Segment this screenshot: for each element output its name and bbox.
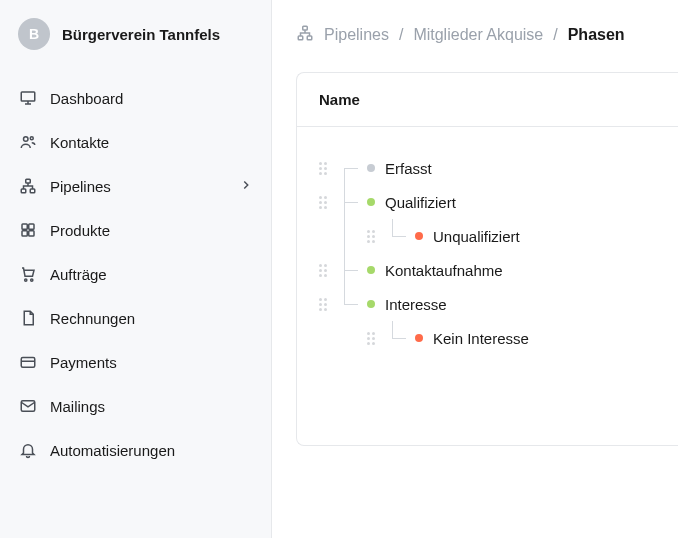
sidebar-item-label: Kontakte bbox=[50, 134, 109, 151]
org-header[interactable]: B Bürgerverein Tannfels bbox=[0, 18, 271, 72]
sidebar: B Bürgerverein Tannfels Dashboard Kontak… bbox=[0, 0, 272, 538]
hierarchy-icon bbox=[296, 24, 314, 46]
breadcrumb-link-pipelines[interactable]: Pipelines bbox=[324, 26, 389, 44]
sidebar-item-label: Dashboard bbox=[50, 90, 123, 107]
status-dot-icon bbox=[367, 198, 375, 206]
phases-panel: Name Erfasst Qualifiziert bbox=[296, 72, 678, 446]
drag-handle-icon[interactable] bbox=[319, 296, 331, 312]
status-dot-icon bbox=[367, 266, 375, 274]
breadcrumb-separator: / bbox=[553, 26, 557, 44]
sidebar-item-label: Payments bbox=[50, 354, 117, 371]
sidebar-item-dashboard[interactable]: Dashboard bbox=[8, 78, 263, 118]
sidebar-item-orders[interactable]: Aufträge bbox=[8, 254, 263, 294]
sidebar-item-pipelines[interactable]: Pipelines bbox=[8, 166, 263, 206]
nav: Dashboard Kontakte Pipelines Produkte bbox=[0, 72, 271, 480]
drag-handle-icon[interactable] bbox=[319, 160, 331, 176]
sidebar-item-products[interactable]: Produkte bbox=[8, 210, 263, 250]
breadcrumb: Pipelines / Mitglieder Akquise / Phasen bbox=[296, 24, 678, 46]
phase-row-erfasst[interactable]: Erfasst bbox=[319, 151, 656, 185]
svg-point-13 bbox=[31, 279, 33, 281]
svg-rect-0 bbox=[21, 92, 35, 101]
svg-rect-11 bbox=[29, 231, 34, 236]
sidebar-item-label: Rechnungen bbox=[50, 310, 135, 327]
phase-label: Qualifiziert bbox=[385, 194, 456, 211]
svg-point-4 bbox=[30, 137, 33, 140]
grid-icon bbox=[18, 220, 38, 240]
status-dot-icon bbox=[415, 334, 423, 342]
drag-handle-icon[interactable] bbox=[367, 330, 379, 346]
status-dot-icon bbox=[367, 300, 375, 308]
sidebar-item-label: Produkte bbox=[50, 222, 110, 239]
mail-icon bbox=[18, 396, 38, 416]
sidebar-item-payments[interactable]: Payments bbox=[8, 342, 263, 382]
svg-rect-18 bbox=[298, 36, 303, 40]
svg-rect-7 bbox=[30, 189, 35, 193]
svg-rect-10 bbox=[22, 231, 27, 236]
phase-label: Kein Interesse bbox=[433, 330, 529, 347]
svg-rect-9 bbox=[29, 224, 34, 229]
sidebar-item-invoices[interactable]: Rechnungen bbox=[8, 298, 263, 338]
sidebar-item-contacts[interactable]: Kontakte bbox=[8, 122, 263, 162]
monitor-icon bbox=[18, 88, 38, 108]
phase-label: Erfasst bbox=[385, 160, 432, 177]
drag-handle-icon[interactable] bbox=[319, 194, 331, 210]
svg-rect-6 bbox=[21, 189, 26, 193]
chevron-right-icon bbox=[239, 178, 253, 195]
svg-rect-17 bbox=[303, 26, 308, 30]
credit-card-icon bbox=[18, 352, 38, 372]
phase-row-kein-interesse[interactable]: Kein Interesse bbox=[319, 321, 656, 355]
sidebar-item-label: Mailings bbox=[50, 398, 105, 415]
phase-label: Interesse bbox=[385, 296, 447, 313]
svg-rect-14 bbox=[21, 358, 35, 368]
breadcrumb-current: Phasen bbox=[568, 26, 625, 44]
phase-label: Unqualifiziert bbox=[433, 228, 520, 245]
sidebar-item-label: Automatisierungen bbox=[50, 442, 175, 459]
org-name: Bürgerverein Tannfels bbox=[62, 26, 220, 43]
sidebar-item-label: Pipelines bbox=[50, 178, 111, 195]
bell-icon bbox=[18, 440, 38, 460]
sidebar-item-mailings[interactable]: Mailings bbox=[8, 386, 263, 426]
phase-row-qualifiziert[interactable]: Qualifiziert bbox=[319, 185, 656, 219]
status-dot-icon bbox=[367, 164, 375, 172]
breadcrumb-separator: / bbox=[399, 26, 403, 44]
svg-rect-8 bbox=[22, 224, 27, 229]
status-dot-icon bbox=[415, 232, 423, 240]
phase-label: Kontaktaufnahme bbox=[385, 262, 503, 279]
sidebar-item-label: Aufträge bbox=[50, 266, 107, 283]
svg-rect-5 bbox=[26, 179, 31, 183]
document-icon bbox=[18, 308, 38, 328]
svg-point-3 bbox=[24, 137, 29, 142]
drag-handle-icon[interactable] bbox=[367, 228, 379, 244]
panel-header-name: Name bbox=[297, 73, 678, 127]
hierarchy-icon bbox=[18, 176, 38, 196]
avatar: B bbox=[18, 18, 50, 50]
phase-row-kontaktaufnahme[interactable]: Kontaktaufnahme bbox=[319, 253, 656, 287]
contacts-icon bbox=[18, 132, 38, 152]
svg-rect-19 bbox=[307, 36, 312, 40]
sidebar-item-automations[interactable]: Automatisierungen bbox=[8, 430, 263, 470]
drag-handle-icon[interactable] bbox=[319, 262, 331, 278]
cart-icon bbox=[18, 264, 38, 284]
phase-row-unqualifiziert[interactable]: Unqualifiziert bbox=[319, 219, 656, 253]
main: Pipelines / Mitglieder Akquise / Phasen … bbox=[272, 0, 678, 538]
svg-point-12 bbox=[25, 279, 27, 281]
phases-tree: Erfasst Qualifiziert bbox=[297, 127, 678, 379]
phase-row-interesse[interactable]: Interesse bbox=[319, 287, 656, 321]
breadcrumb-link-pipeline[interactable]: Mitglieder Akquise bbox=[413, 26, 543, 44]
